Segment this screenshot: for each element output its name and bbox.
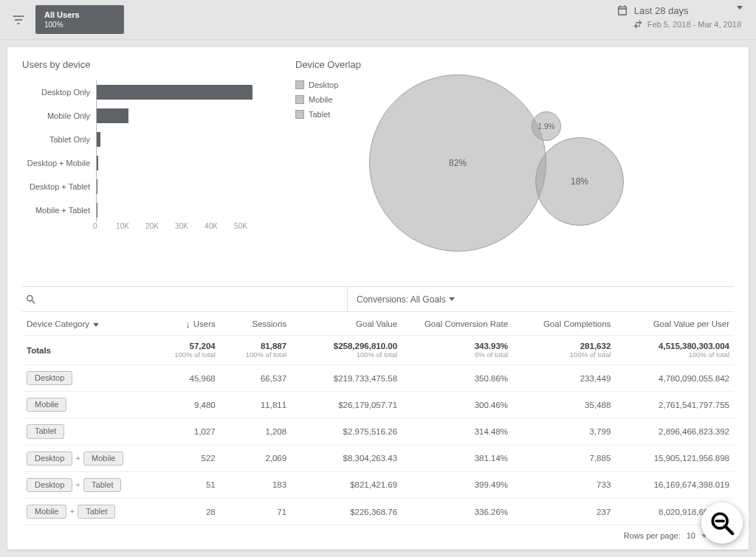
cell: 350.86% — [402, 365, 512, 392]
device-chip[interactable]: Tablet — [83, 478, 121, 492]
col-device[interactable]: Device Category — [22, 312, 148, 336]
device-chip[interactable]: Desktop — [27, 452, 72, 466]
bar-row: Tablet Only — [22, 128, 266, 151]
col-sessions[interactable]: Sessions — [220, 312, 291, 336]
chevron-down-icon — [449, 297, 455, 301]
cell: 71 — [220, 498, 291, 525]
device-chip[interactable]: Tablet — [27, 424, 64, 438]
date-range-value: Feb 5, 2018 - Mar 4, 2018 — [647, 20, 741, 29]
venn-block: Device Overlap DesktopMobileTablet 82% 1… — [295, 59, 734, 280]
table-row: Tablet1,0271,208$2,975,516.26314.48%3,79… — [22, 418, 734, 445]
legend-label: Desktop — [309, 80, 338, 89]
cell: $8,304,263.43 — [291, 445, 402, 471]
cell: 3,799 — [512, 418, 615, 445]
bar-row: Desktop Only — [22, 80, 266, 104]
cell: 57,204100% of total — [148, 336, 219, 365]
cell: 16,169,674,398.019 — [615, 471, 734, 498]
cell: 733 — [512, 471, 615, 498]
col-gvpu[interactable]: Goal Value per User — [615, 312, 734, 336]
venn-diagram: 82% 18% 1.9% — [369, 67, 664, 252]
zoom-out-button[interactable] — [701, 502, 743, 544]
bar-label: Mobile Only — [22, 111, 96, 120]
cell: 11,811 — [220, 392, 291, 418]
bar-track — [96, 128, 266, 151]
cell: Mobile — [22, 392, 148, 418]
cell: 237 — [512, 498, 615, 525]
conversions-dropdown[interactable]: Conversions: All Goals — [347, 287, 734, 312]
bar-row: Mobile + Tablet — [22, 198, 266, 222]
venn-circle-tablet: 1.9% — [532, 111, 561, 141]
bar-row: Mobile Only — [22, 104, 266, 128]
plus-icon: + — [75, 454, 80, 463]
cell: 314.48% — [402, 418, 512, 445]
device-chip[interactable]: Tablet — [78, 505, 115, 519]
bar-track — [96, 198, 266, 222]
bar-label: Desktop + Mobile — [22, 159, 96, 167]
table-row: Desktop+Tablet51183$821,421.69399.49%733… — [22, 471, 734, 498]
filter-button[interactable] — [7, 9, 30, 31]
col-gcr[interactable]: Goal Conversion Rate — [402, 312, 512, 336]
segment-title: All Users — [44, 10, 80, 20]
table-pager: Rows per page: 10 1 - 6 — [22, 525, 734, 540]
chevron-down-icon — [93, 323, 99, 327]
venn-circle-mobile: 18% — [535, 137, 624, 226]
filter-icon — [11, 13, 26, 27]
pager-size[interactable]: 10 — [687, 531, 695, 540]
col-goal-value[interactable]: Goal Value — [291, 312, 402, 336]
table-search[interactable] — [22, 287, 347, 312]
cell: Desktop+Tablet — [22, 471, 148, 498]
col-users[interactable]: ↓Users — [148, 312, 219, 336]
col-gc[interactable]: Goal Completions — [512, 312, 615, 336]
cell: 381.14% — [402, 445, 512, 471]
cell: 4,515,380,303.004100% of total — [615, 336, 734, 365]
axis-tick: 40K — [196, 222, 226, 230]
pager-label: Rows per page: — [624, 531, 681, 540]
venn-label-tablet: 1.9% — [538, 122, 555, 131]
bar-fill — [97, 156, 98, 170]
cell: 300.46% — [402, 392, 512, 418]
venn-label-desktop: 82% — [449, 158, 467, 168]
cell: 183 — [220, 471, 291, 498]
cell: 45,968 — [148, 365, 219, 392]
compare-icon — [633, 19, 643, 30]
device-chip[interactable]: Desktop — [27, 371, 72, 385]
bar-label: Tablet Only — [22, 135, 96, 144]
bar-row: Desktop + Mobile — [22, 151, 266, 175]
cell: Tablet — [22, 418, 148, 445]
bar-fill — [97, 85, 252, 100]
legend-label: Mobile — [309, 95, 332, 104]
search-icon — [25, 294, 37, 305]
cell: 15,905,121,956.898 — [615, 445, 734, 471]
venn-circle-desktop: 82% — [369, 75, 546, 252]
axis-tick: 0 — [93, 222, 108, 230]
data-table: Device Category ↓Users Sessions Goal Val… — [22, 312, 734, 525]
cell: 1,027 — [148, 418, 219, 445]
bar-track — [96, 80, 266, 104]
svg-line-1 — [725, 526, 732, 533]
table-row: Desktop45,96866,537$219,733,475.58350.86… — [22, 365, 734, 392]
cell: Mobile+Tablet — [22, 498, 148, 525]
cell: 35,488 — [512, 392, 615, 418]
venn-label-mobile: 18% — [571, 176, 588, 187]
legend-swatch — [295, 110, 304, 119]
cell: 336.26% — [402, 498, 512, 525]
device-chip[interactable]: Mobile — [83, 452, 123, 466]
calendar-icon — [616, 4, 628, 16]
plus-icon: + — [69, 507, 75, 516]
cell: 2,761,541,797.755 — [615, 392, 734, 418]
cell: 51 — [148, 471, 219, 498]
cell: 4,780,090,055.842 — [615, 365, 734, 392]
zoom-out-icon — [709, 511, 735, 536]
legend-swatch — [295, 80, 304, 89]
bar-chart-title: Users by device — [22, 59, 266, 70]
device-chip[interactable]: Mobile — [27, 505, 66, 519]
cell: 7,885 — [512, 445, 615, 471]
cell: 233,449 — [512, 365, 615, 392]
device-chip[interactable]: Mobile — [27, 398, 66, 412]
cell: 2,069 — [220, 445, 291, 471]
bar-label: Desktop Only — [22, 88, 96, 97]
device-chip[interactable]: Desktop — [27, 478, 72, 492]
date-range-picker[interactable]: Last 28 days Feb 5, 2018 - Mar 4, 2018 — [616, 4, 741, 30]
segment-chip[interactable]: All Users 100% — [35, 5, 124, 34]
header-bar: All Users 100% Last 28 days Feb 5, 2018 … — [0, 0, 756, 40]
